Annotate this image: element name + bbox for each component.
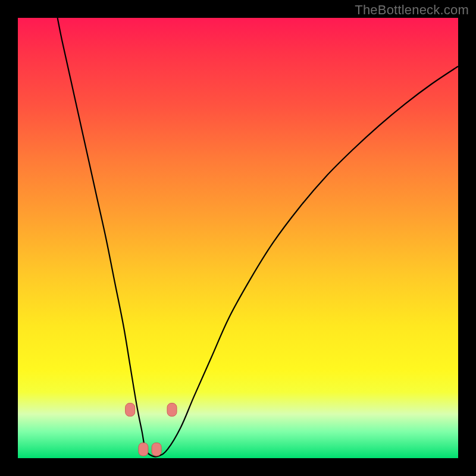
curve-marker xyxy=(152,443,161,456)
curve-marker xyxy=(139,443,148,456)
watermark-text: TheBottleneck.com xyxy=(355,2,469,18)
curve-svg xyxy=(18,18,458,458)
bottleneck-curve xyxy=(58,18,458,457)
curve-marker xyxy=(126,403,135,416)
curve-marker xyxy=(167,403,177,416)
plot-area xyxy=(18,18,458,458)
